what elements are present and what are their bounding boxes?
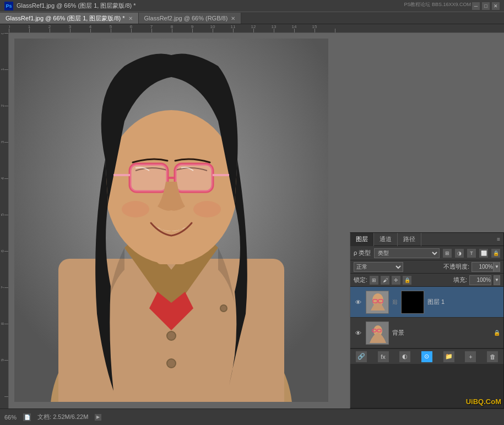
tab2-close-icon[interactable]: ✕ (231, 15, 235, 21)
fill-arrow[interactable]: ▼ (494, 275, 500, 285)
lock-row: 锁定: ⊞ 🖌 ✛ 🔒 填充: 100% ▼ (350, 274, 503, 287)
delete-layer-button[interactable]: 🗑 (487, 351, 498, 362)
bg-visibility-icon[interactable]: 👁 (354, 329, 362, 337)
tab1-close-icon[interactable]: ✕ (128, 15, 133, 21)
title-bar: Ps GlassRef1.jpg @ 66% (图层 1, 图层蒙版/8) * … (0, 0, 504, 12)
bg-lock-icon: 🔒 (494, 330, 500, 336)
layer-style-button[interactable]: fx (378, 351, 389, 362)
layers-panel: 图层 通道 路径 ≡ ρ 类型 类型 ⊞ ◑ T ⬜ 🔒 正常 不透明度: 10… (350, 232, 504, 408)
tab-layers[interactable]: 图层 (350, 233, 374, 246)
layer-item-background[interactable]: 👁 背景 🔒 (350, 318, 503, 348)
lock-label: 锁定: (354, 276, 367, 284)
tab-paths[interactable]: 路径 (398, 233, 421, 246)
lock-position-icon[interactable]: ✛ (392, 276, 400, 285)
filter-icon-1[interactable]: ⊞ (443, 249, 452, 258)
layer-item-layer1[interactable]: 👁 ⛓ 图层 1 (350, 287, 503, 318)
close-button[interactable]: ✕ (492, 2, 500, 10)
maximize-button[interactable]: □ (482, 2, 490, 10)
tab1-label: GlassRef1.jpg @ 66% (图层 1, 图层蒙版/8) * (6, 14, 125, 23)
add-mask-button[interactable]: ◐ (399, 351, 410, 362)
ruler-vertical: 0123456789 (0, 33, 9, 408)
svg-point-15 (167, 331, 176, 340)
opacity-arrow[interactable]: ▼ (494, 262, 500, 272)
filter-select[interactable]: 类型 (374, 248, 440, 258)
filter-icon-4[interactable]: ⬜ (479, 249, 488, 258)
opacity-input[interactable]: 100% (472, 262, 494, 272)
new-layer-button[interactable]: + (465, 351, 476, 362)
svg-point-17 (220, 305, 227, 312)
filter-icon-2[interactable]: ◑ (455, 249, 464, 258)
filter-label: ρ 类型 (354, 249, 371, 257)
svg-rect-9 (175, 164, 213, 192)
layer1-name: 图层 1 (427, 298, 500, 306)
lock-all-icon[interactable]: 🔒 (403, 276, 411, 285)
new-group-button[interactable]: 📁 (443, 351, 454, 362)
tab-channels[interactable]: 通道 (374, 233, 398, 246)
ruler-corner (0, 24, 9, 33)
new-adjustment-button[interactable]: ⊙ (421, 351, 432, 362)
fill-label: 填充: (453, 276, 467, 284)
opacity-label: 不透明度: (443, 263, 469, 271)
title-bar-left: Ps GlassRef1.jpg @ 66% (图层 1, 图层蒙版/8) * (4, 2, 136, 10)
layer1-thumbnail (366, 291, 389, 314)
bg-thumbnail (366, 322, 389, 345)
panel-menu-button[interactable]: ≡ (494, 236, 503, 242)
panel-bottom: 🔗 fx ◐ ⊙ 📁 + 🗑 (350, 348, 503, 364)
layer1-chain-icon: ⛓ (392, 299, 398, 305)
layer-list: 👁 ⛓ 图层 1 👁 (350, 287, 503, 348)
zoom-level: 66% (4, 414, 17, 421)
fill-input[interactable]: 100% (469, 275, 491, 285)
lock-transparent-icon[interactable]: ⊞ (370, 276, 378, 285)
tab-glassref2[interactable]: GlassRef2.jpg @ 66% (RGB/8) ✕ (139, 13, 242, 24)
doc-icon[interactable]: 📄 (23, 413, 31, 421)
tabs-bar: GlassRef1.jpg @ 66% (图层 1, 图层蒙版/8) * ✕ G… (0, 12, 504, 24)
svg-point-14 (193, 201, 221, 217)
window-controls: ─ □ ✕ (472, 2, 500, 10)
panel-tabs: 图层 通道 路径 ≡ (350, 233, 503, 246)
link-layers-button[interactable]: 🔗 (356, 351, 367, 362)
blend-mode-select[interactable]: 正常 (354, 262, 403, 272)
svg-point-13 (122, 201, 149, 217)
ruler-horizontal: 0123456789101112131415 (9, 24, 504, 33)
status-bar: 66% 📄 文档: 2.52M/6.22M ▶ (0, 408, 504, 425)
ps-logo-icon: Ps (4, 2, 13, 10)
svg-point-16 (167, 359, 176, 368)
tab2-label: GlassRef2.jpg @ 66% (RGB/8) (144, 15, 228, 21)
blend-row: 正常 不透明度: 100% ▼ (350, 260, 503, 274)
photo-canvas (14, 39, 328, 402)
layer1-visibility-icon[interactable]: 👁 (354, 298, 362, 307)
photo-svg (14, 39, 328, 402)
title-text: GlassRef1.jpg @ 66% (图层 1, 图层蒙版/8) * (17, 2, 136, 10)
doc-size: 文档: 2.52M/6.22M (37, 413, 88, 421)
watermark-top: PS教程论坛 BBS.16XX9.COM (404, 1, 471, 8)
svg-rect-22 (402, 291, 424, 313)
filter-icon-3[interactable]: T (467, 249, 476, 258)
bg-name: 背景 (392, 329, 490, 337)
layer1-mask-thumbnail (401, 291, 424, 314)
status-arrow-button[interactable]: ▶ (95, 414, 101, 421)
lock-image-icon[interactable]: 🖌 (381, 276, 389, 285)
filter-icon-5[interactable]: 🔒 (491, 249, 500, 258)
tab-glassref1[interactable]: GlassRef1.jpg @ 66% (图层 1, 图层蒙版/8) * ✕ (0, 13, 139, 24)
minimize-button[interactable]: ─ (472, 2, 480, 10)
filter-row: ρ 类型 类型 ⊞ ◑ T ⬜ 🔒 (350, 246, 503, 260)
